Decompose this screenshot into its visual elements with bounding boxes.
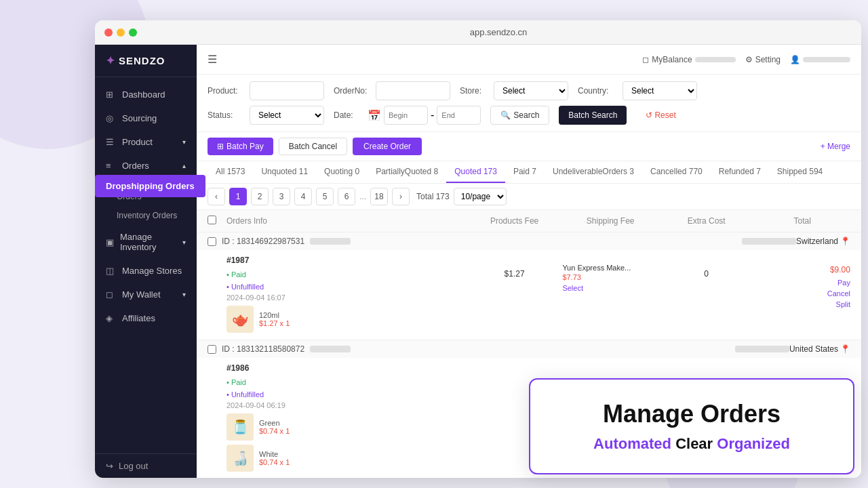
order-1-shipping: Yun Express Make... $7.73 Select bbox=[562, 256, 658, 292]
product-filter-input[interactable] bbox=[250, 81, 324, 100]
order-1-cancel-button[interactable]: Cancel bbox=[827, 289, 850, 298]
setting-item[interactable]: ⚙ Setting bbox=[745, 55, 781, 64]
page-total: Total 173 bbox=[416, 192, 450, 201]
order-2-blurred-2 bbox=[735, 346, 789, 352]
sidebar-logo: ✦ SENDZO bbox=[95, 45, 197, 77]
store-filter-label: Store: bbox=[460, 86, 484, 96]
th-orders-info: Orders Info bbox=[226, 216, 467, 226]
sidebar-label-dashboard: Dashboard bbox=[122, 89, 165, 100]
overlay-clear-text: Clear bbox=[675, 435, 713, 452]
status-filter-label: Status: bbox=[208, 110, 240, 120]
sidebar-item-product[interactable]: ☰ Product ▾ bbox=[95, 130, 197, 154]
product-filter-label: Product: bbox=[208, 86, 240, 96]
balance-label: MyBalance bbox=[652, 55, 692, 64]
manage-inventory-icon: ▣ bbox=[106, 237, 115, 247]
sidebar-item-my-wallet[interactable]: ◻ My Wallet ▾ bbox=[95, 283, 197, 306]
th-shipping-fee: Shipping Fee bbox=[562, 216, 658, 226]
order-1-shipping-name: Yun Express Make... bbox=[562, 264, 658, 272]
tab-partially-quoted[interactable]: PartiallyQuoted 8 bbox=[368, 161, 446, 183]
page-6-button[interactable]: 6 bbox=[338, 188, 355, 205]
page-2-button[interactable]: 2 bbox=[251, 188, 269, 205]
location-icon: 📍 bbox=[840, 237, 850, 246]
page-size-select[interactable]: 10/page bbox=[454, 188, 507, 205]
country-filter-label: Country: bbox=[578, 86, 613, 96]
user-item[interactable]: 👤 bbox=[790, 55, 850, 64]
status-filter-select[interactable]: Select bbox=[250, 106, 324, 125]
date-filter-label: Date: bbox=[334, 110, 358, 120]
tab-undeliverable[interactable]: UndeliverableOrders 3 bbox=[545, 161, 642, 183]
select-all-checkbox[interactable] bbox=[208, 216, 216, 224]
logout-button[interactable]: ↪ Log out bbox=[106, 461, 186, 471]
batch-pay-button[interactable]: ⊞ Batch Pay bbox=[208, 138, 273, 155]
orderno-filter-label: OrderNo: bbox=[334, 86, 366, 96]
order-1-pay-button[interactable]: Pay bbox=[837, 279, 850, 287]
sidebar-item-manage-inventory[interactable]: ▣ Manage Inventory ▾ bbox=[95, 225, 197, 259]
tab-quoted[interactable]: Quoted 173 bbox=[446, 161, 505, 183]
search-button[interactable]: 🔍 Search bbox=[490, 106, 549, 125]
hamburger-icon[interactable]: ☰ bbox=[208, 53, 217, 66]
sidebar-item-inventory-orders[interactable]: Inventory Orders bbox=[117, 206, 197, 225]
sidebar-label-wallet: My Wallet bbox=[122, 289, 161, 300]
order-1-body: #1987 • Paid • Unfulfilled 2024-09-04 16… bbox=[197, 250, 861, 340]
order-1-checkbox[interactable] bbox=[208, 237, 216, 246]
sidebar-item-affiliates[interactable]: ◈ Affiliates bbox=[95, 306, 197, 330]
calendar-icon: 📅 bbox=[368, 109, 381, 122]
batch-cancel-button[interactable]: Batch Cancel bbox=[279, 138, 347, 155]
order-1-shipping-select[interactable]: Select bbox=[562, 284, 658, 292]
sidebar-item-orders[interactable]: ≡ Orders ▴ bbox=[95, 154, 197, 178]
user-name-bar bbox=[803, 57, 850, 62]
order-2-meta: #1986 bbox=[226, 363, 672, 373]
page-3-button[interactable]: 3 bbox=[273, 188, 290, 205]
order-1-variant: 120ml bbox=[259, 311, 290, 319]
date-end-input[interactable] bbox=[437, 106, 481, 125]
sidebar-item-dashboard[interactable]: ⊞ Dashboard bbox=[95, 83, 197, 106]
store-filter-select[interactable]: Select bbox=[494, 81, 568, 100]
tab-shipped[interactable]: Shipped 594 bbox=[769, 161, 831, 183]
order-2-product-info-1: Green $0.74 x 1 bbox=[259, 419, 290, 435]
merge-button[interactable]: + Merge bbox=[821, 142, 850, 151]
balance-item[interactable]: ◻ MyBalance bbox=[642, 55, 735, 64]
order-2-fulfillment-status: • Unfulfilled bbox=[226, 390, 264, 399]
tab-quoting[interactable]: Quoting 0 bbox=[316, 161, 368, 183]
order-2-price-2: $0.74 x 1 bbox=[259, 458, 290, 466]
orders-icon: ≡ bbox=[106, 161, 117, 171]
sidebar-item-manage-stores[interactable]: ◫ Manage Stores bbox=[95, 259, 197, 283]
affiliates-icon: ◈ bbox=[106, 313, 117, 323]
country-filter-select[interactable]: Select bbox=[623, 81, 697, 100]
batch-search-button[interactable]: Batch Search bbox=[559, 106, 627, 125]
th-total: Total bbox=[754, 216, 850, 226]
wallet-topbar-icon: ◻ bbox=[642, 55, 649, 64]
page-dots: ... bbox=[359, 192, 366, 201]
overlay-automated: Automated bbox=[593, 435, 671, 452]
last-page-button[interactable]: 18 bbox=[370, 188, 388, 205]
page-5-button[interactable]: 5 bbox=[316, 188, 334, 205]
tab-paid[interactable]: Paid 7 bbox=[505, 161, 545, 183]
logout-icon: ↪ bbox=[106, 461, 113, 471]
sidebar-label-manage-inventory: Manage Inventory bbox=[120, 232, 177, 252]
product-icon: ☰ bbox=[106, 137, 117, 147]
maximize-button[interactable] bbox=[129, 28, 137, 37]
tab-refunded[interactable]: Refunded 7 bbox=[711, 161, 769, 183]
order-2-product-image-1: 🫙 bbox=[226, 413, 254, 441]
next-page-button[interactable]: › bbox=[392, 188, 410, 205]
close-button[interactable] bbox=[104, 28, 113, 37]
order-row-header-1: ID : 183146922987531 Switzerland 📍 bbox=[197, 232, 861, 250]
page-4-button[interactable]: 4 bbox=[294, 188, 312, 205]
date-begin-input[interactable] bbox=[384, 106, 428, 125]
create-order-button[interactable]: Create Order bbox=[353, 138, 422, 155]
sidebar-label-affiliates: Affiliates bbox=[122, 313, 155, 323]
tab-all[interactable]: All 1573 bbox=[208, 161, 253, 183]
orderno-filter-input[interactable] bbox=[376, 81, 450, 100]
page-1-button[interactable]: 1 bbox=[229, 188, 247, 205]
order-1-split-button[interactable]: Split bbox=[836, 300, 850, 308]
sidebar-item-sourcing[interactable]: ◎ Sourcing bbox=[95, 106, 197, 130]
browser-titlebar: app.sendzo.cn bbox=[95, 20, 861, 45]
order-2-num: #1986 bbox=[226, 363, 249, 373]
order-row-header-2: ID : 183132118580872 United States 📍 bbox=[197, 340, 861, 358]
tab-unquoted[interactable]: Unquoted 11 bbox=[253, 161, 316, 183]
minimize-button[interactable] bbox=[117, 28, 125, 37]
tab-cancelled[interactable]: Cancelled 770 bbox=[642, 161, 711, 183]
order-2-checkbox[interactable] bbox=[208, 345, 216, 354]
reset-button[interactable]: ↺ Reset bbox=[636, 106, 685, 125]
prev-page-button[interactable]: ‹ bbox=[208, 188, 225, 205]
